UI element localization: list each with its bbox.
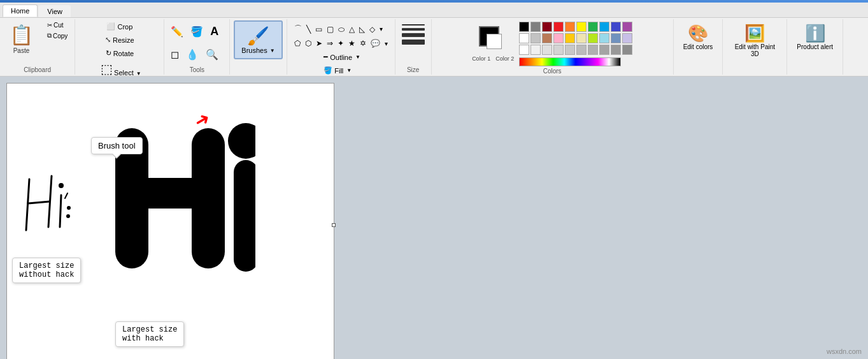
swatch-e4[interactable] — [553, 45, 564, 55]
swatch-green[interactable] — [588, 22, 598, 32]
shape-right-triangle[interactable]: ◺ — [357, 22, 367, 36]
swatch-e9[interactable] — [611, 45, 621, 55]
shape-arrow[interactable]: ➤ — [314, 37, 324, 50]
swatch-gray[interactable] — [530, 22, 541, 32]
copy-button[interactable]: ⧉ Copy — [44, 31, 71, 41]
svg-line-0 — [26, 179, 29, 230]
swatch-red[interactable] — [553, 22, 564, 32]
edit-colors-label: Edit colors — [683, 43, 713, 50]
size-line-2[interactable] — [402, 28, 425, 31]
fill-tool-button[interactable]: 🪣 — [188, 23, 206, 40]
swatch-light-gray[interactable] — [530, 33, 541, 43]
shape-more1[interactable]: ▾ — [378, 22, 385, 36]
swatch-brown[interactable] — [542, 33, 552, 43]
drawing-canvas[interactable]: Largest sizewithout hack Largest sizewit… — [6, 83, 334, 359]
select-label: Select — [114, 69, 134, 77]
swatch-dark-red[interactable] — [542, 22, 552, 32]
swatch-white[interactable] — [519, 33, 529, 43]
swatch-cream[interactable] — [576, 33, 587, 43]
swatch-e1[interactable] — [519, 45, 529, 55]
shape-bubble[interactable]: 💬 — [369, 37, 382, 50]
shape-pentagon[interactable]: ⬠ — [292, 37, 302, 50]
shape-ellipse[interactable]: ⬭ — [336, 22, 346, 36]
svg-line-7 — [65, 193, 68, 198]
shape-star5[interactable]: ★ — [346, 37, 357, 50]
shape-rect[interactable]: ▭ — [313, 22, 324, 36]
select-button[interactable]: ⬚ Select ▼ — [97, 59, 145, 78]
ribbon: 📋 Paste ✂ Cut ⧉ Copy Clipboard ⬜ C — [0, 18, 868, 77]
edit-paint3d-button[interactable]: 🖼️ Edit with Paint 3D — [727, 20, 783, 61]
shape-star6[interactable]: ✡ — [358, 37, 368, 50]
svg-point-12 — [228, 123, 255, 159]
size-line-3[interactable] — [402, 33, 425, 37]
paste-button[interactable]: 📋 Paste — [4, 20, 39, 57]
section-shapes: ⌒ ╲ ▭ ▢ ⬭ △ ◺ ◇ ▾ ⬠ ⬡ ➤ ⇒ ✦ ★ ✡ 💬 ▾ — [287, 19, 395, 75]
shape-hexagon[interactable]: ⬡ — [303, 37, 313, 50]
shape-curve[interactable]: ⌒ — [292, 22, 304, 36]
section-tools: ✏️ 🪣 A ◻ 💧 🔍 Tools — [164, 19, 230, 75]
edit-colors-icon: 🎨 — [688, 24, 708, 43]
shape-arrow2[interactable]: ⇒ — [325, 37, 335, 50]
swatch-lavender[interactable] — [622, 33, 632, 43]
paste-icon: 📋 — [10, 24, 33, 46]
size-line-1[interactable] — [402, 24, 425, 26]
shape-rounded-rect[interactable]: ▢ — [325, 22, 336, 36]
text-tool-button[interactable]: A — [208, 22, 221, 41]
swatch-sky[interactable] — [599, 33, 609, 43]
swatch-blue[interactable] — [611, 22, 621, 32]
swatch-lime[interactable] — [588, 33, 598, 43]
select-dropdown-arrow: ▼ — [136, 71, 141, 77]
swatch-gold[interactable] — [565, 33, 575, 43]
cut-button[interactable]: ✂ Cut — [44, 20, 71, 30]
shape-more2[interactable]: ▾ — [383, 37, 390, 50]
color2-swatch[interactable] — [487, 34, 502, 49]
swatch-purple[interactable] — [622, 22, 632, 32]
swatch-pink[interactable] — [553, 33, 564, 43]
color-row-3 — [519, 45, 632, 55]
label-without-hack: Largest sizewithout hack — [12, 258, 81, 283]
product-alert-button[interactable]: ℹ️ Product alert — [791, 20, 839, 54]
color-spectrum[interactable] — [519, 57, 621, 66]
cut-icon: ✂ — [47, 22, 52, 29]
color-picker-button[interactable]: 💧 — [183, 46, 201, 63]
crop-button[interactable]: ⬜ Crop — [103, 20, 136, 33]
resize-button[interactable]: ⤡ Resize — [101, 34, 138, 46]
tab-view[interactable]: View — [39, 5, 71, 17]
pencil-tool-button[interactable]: ✏️ — [168, 23, 186, 40]
paint3d-icon: 🖼️ — [744, 24, 765, 43]
swatch-slate[interactable] — [611, 33, 621, 43]
swatch-e3[interactable] — [542, 45, 552, 55]
rotate-icon: ↻ — [106, 49, 111, 57]
swatch-cyan[interactable] — [599, 22, 609, 32]
edit-colors-button[interactable]: 🎨 Edit colors — [678, 20, 719, 54]
shape-diamond[interactable]: ◇ — [367, 22, 377, 36]
swatch-black[interactable] — [519, 22, 529, 32]
outline-button[interactable]: ━ Outline ▼ — [320, 51, 364, 63]
clipboard-label: Clipboard — [24, 65, 51, 73]
swatch-e7[interactable] — [588, 45, 598, 55]
tab-home[interactable]: Home — [3, 4, 38, 17]
swatch-e10[interactable] — [622, 45, 632, 55]
brush-tool-tooltip-text: Brush tool — [98, 141, 136, 150]
brushes-button[interactable]: 🖌️ Brushes ▼ — [234, 20, 282, 59]
swatch-e8[interactable] — [599, 45, 609, 55]
size-line-4[interactable] — [402, 40, 425, 45]
shape-star4[interactable]: ✦ — [336, 37, 346, 50]
eraser-tool-button[interactable]: ◻ — [168, 46, 181, 63]
swatch-e6[interactable] — [576, 45, 587, 55]
shape-line[interactable]: ╲ — [304, 22, 313, 36]
colors-label: Colors — [543, 66, 562, 75]
swatch-yellow[interactable] — [576, 22, 587, 32]
fill-button[interactable]: 🪣 Fill ▼ — [320, 64, 364, 77]
color-row-1 — [519, 22, 632, 32]
swatch-e2[interactable] — [530, 45, 541, 55]
resize-handle-right-center[interactable] — [332, 223, 336, 227]
shape-triangle[interactable]: △ — [347, 22, 357, 36]
magnifier-button[interactable]: 🔍 — [203, 46, 221, 63]
swatch-e5[interactable] — [565, 45, 575, 55]
label-with-hack: Largest sizewith hack — [115, 321, 184, 347]
swatch-orange[interactable] — [565, 22, 575, 32]
rotate-button[interactable]: ↻ Rotate — [102, 47, 138, 59]
tools-label: Tools — [190, 65, 204, 73]
size-selector[interactable] — [399, 20, 427, 48]
